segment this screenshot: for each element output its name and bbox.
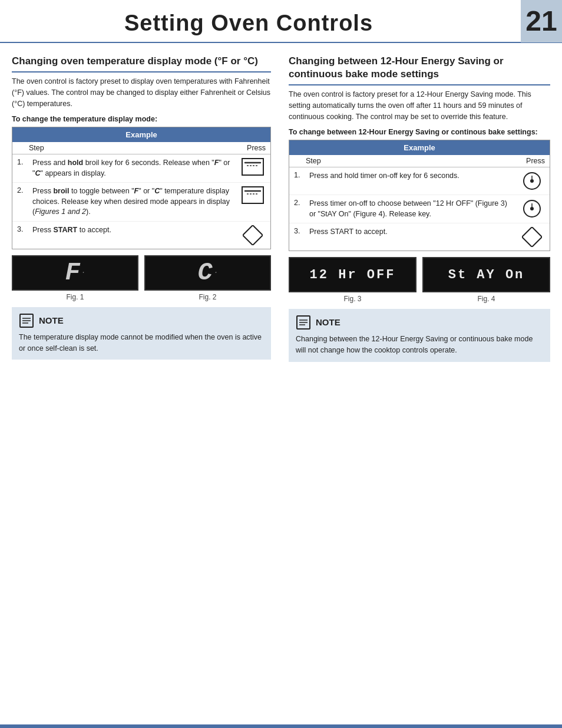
timer-icon-1	[522, 171, 542, 191]
left-intro: The oven control is factory preset to di…	[12, 76, 271, 109]
right-figures: 12 Hr OFF Fig. 3 St AY On Fig. 4	[289, 257, 550, 303]
right-section-heading: Changing between 12-Hour Energy Saving o…	[289, 55, 550, 85]
left-note-header: NOTE	[19, 313, 264, 328]
right-note-header: NOTE	[296, 315, 543, 330]
bottom-line	[0, 724, 562, 728]
right-example-header: Example	[289, 140, 550, 155]
broil-key-icon	[242, 158, 264, 176]
right-step-2-press	[519, 199, 545, 219]
left-step-3-text: Press START to accept.	[32, 225, 235, 236]
broil-key-icon-2	[242, 186, 264, 204]
left-step-2: 2. Press broil to toggle between "F" or …	[12, 183, 270, 222]
right-example-table: Example Step Press 1. Press and hold tim…	[289, 140, 550, 251]
svg-rect-0	[242, 159, 263, 175]
page-header: 21 Setting Oven Controls	[0, 0, 562, 43]
page-number: 21	[525, 7, 557, 35]
left-step-1-num: 1.	[17, 158, 28, 166]
figure-1: F · Fig. 1	[12, 255, 138, 301]
left-step-1-press	[240, 158, 266, 176]
right-column: Changing between 12-Hour Energy Saving o…	[289, 55, 550, 362]
figure-4-label: Fig. 4	[477, 295, 495, 303]
right-note-text: Changing between the 12-Hour Energy Savi…	[296, 334, 543, 356]
left-steps: 1. Press and hold broil key for 6 second…	[12, 154, 270, 249]
figure-3: 12 Hr OFF Fig. 3	[289, 257, 416, 303]
left-col-press: Press	[247, 144, 266, 152]
left-section-heading: Changing oven temperature display mode (…	[12, 55, 271, 73]
right-step-3-text: Press START to accept.	[309, 227, 514, 238]
page-title: Setting Oven Controls	[24, 11, 515, 36]
figure-1-display: F ·	[12, 255, 138, 291]
left-step-2-text: Press broil to toggle between "F" or "C"…	[32, 186, 235, 218]
left-step-2-num: 2.	[17, 186, 28, 195]
right-step-1-press	[519, 171, 545, 191]
svg-rect-3	[242, 187, 263, 203]
left-sub-heading: To change the temperature display mode:	[12, 115, 271, 123]
left-example-table: Example Step Press 1. Press and hold bro…	[12, 127, 271, 249]
right-step-2-text: Press timer on-off to choose between "12…	[309, 199, 514, 219]
right-step-2-num: 2.	[294, 199, 305, 207]
svg-rect-17	[522, 227, 542, 247]
left-col-step: Step	[29, 144, 44, 152]
start-icon-right	[522, 227, 542, 247]
right-col-step: Step	[306, 157, 321, 165]
figure-3-display: 12 Hr OFF	[289, 257, 416, 292]
svg-rect-6	[243, 225, 263, 245]
left-column: Changing oven temperature display mode (…	[12, 55, 271, 362]
left-step-3: 3. Press START to accept.	[12, 222, 270, 249]
right-sub-heading: To change between 12-Hour Energy Saving …	[289, 128, 550, 136]
right-step-2: 2. Press timer on-off to choose between …	[289, 195, 550, 223]
left-step-2-press	[240, 186, 266, 204]
left-note: NOTE The temperature display mode cannot…	[12, 307, 271, 360]
right-intro: The oven control is factory preset for a…	[289, 89, 550, 122]
right-step-1-num: 1.	[294, 171, 305, 179]
right-note: NOTE Changing between the 12-Hour Energy…	[289, 309, 550, 362]
note-icon-left	[19, 313, 34, 328]
left-example-header: Example	[12, 127, 270, 142]
left-figures: F · Fig. 1 C · Fig. 2	[12, 255, 271, 301]
figure-2-label: Fig. 2	[199, 293, 216, 301]
left-step-1: 1. Press and hold broil key for 6 second…	[12, 154, 270, 183]
timer-icon-2	[522, 199, 542, 219]
note-icon-right	[296, 315, 311, 330]
figure-4: St AY On Fig. 4	[422, 257, 550, 303]
left-step-3-num: 3.	[17, 225, 28, 233]
svg-point-15	[530, 207, 534, 210]
left-note-text: The temperature display mode cannot be m…	[19, 332, 264, 354]
svg-point-12	[530, 179, 534, 183]
left-col-heads: Step Press	[12, 142, 270, 154]
right-col-press: Press	[526, 157, 545, 165]
right-col-heads: Step Press	[289, 155, 550, 167]
right-step-1-text: Press and hold timer on-off key for 6 se…	[309, 171, 514, 182]
left-step-1-text: Press and hold broil key for 6 seconds. …	[32, 158, 235, 179]
figure-4-display: St AY On	[422, 257, 550, 292]
right-step-1: 1. Press and hold timer on-off key for 6…	[289, 167, 550, 195]
right-step-3-num: 3.	[294, 227, 305, 235]
figure-3-label: Fig. 3	[343, 295, 361, 303]
start-icon	[243, 225, 263, 245]
page-tab: 21	[521, 0, 562, 42]
figure-2: C · Fig. 2	[144, 255, 271, 301]
right-step-3-press	[519, 227, 545, 247]
left-step-3-press	[240, 225, 266, 245]
figure-1-label: Fig. 1	[66, 293, 84, 301]
figure-2-display: C ·	[144, 255, 271, 291]
right-steps: 1. Press and hold timer on-off key for 6…	[289, 167, 550, 251]
right-step-3: 3. Press START to accept.	[289, 223, 550, 251]
